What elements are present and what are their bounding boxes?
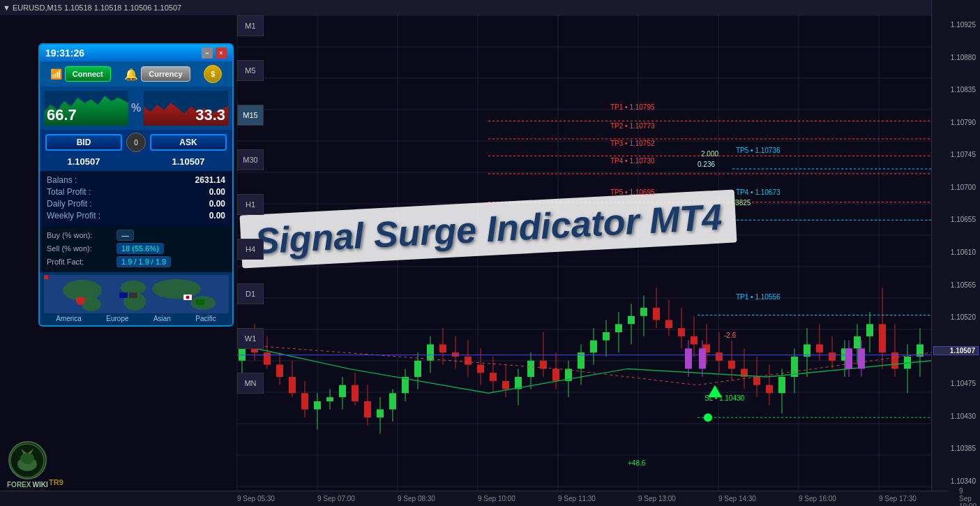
balance-label: Balans :: [47, 175, 77, 185]
sl-annotation: SL • 1.10430: [704, 394, 744, 402]
bid-button[interactable]: BID: [45, 134, 122, 151]
bid-ask-row: BID 0 ASK: [40, 130, 232, 155]
price-tick: 1.10700: [933, 184, 979, 191]
panel-toolbar: 📶 Connect 🔔 Currency $: [40, 61, 232, 87]
time-tick: 9 Sep 14:30: [718, 495, 756, 503]
ask-button[interactable]: ASK: [150, 134, 227, 151]
tp5-annotation: TP5 • 1.10695: [610, 188, 655, 196]
bell-currency-group: 🔔 Currency: [124, 66, 190, 82]
buy-won-value: —: [116, 230, 134, 241]
tp1-annotation: TP1 • 1.10795: [610, 103, 655, 111]
tf-btn-w1[interactable]: W1: [237, 328, 264, 349]
svg-rect-14: [196, 299, 204, 305]
fib-annotation: 0.236: [698, 161, 715, 168]
tf-btn-d1[interactable]: D1: [237, 283, 264, 304]
profit-fact-value: 1.9 / 1.9 / 1.9: [116, 256, 171, 267]
svg-point-13: [186, 296, 189, 299]
buy-percentage: 66.7: [47, 106, 77, 124]
asian-session: Asian: [153, 315, 171, 322]
time-tick: 9 Sep 10:00: [478, 495, 515, 503]
daily-profit-label: Daily Profit :: [47, 199, 92, 209]
tf-btn-m30[interactable]: M30: [237, 149, 264, 170]
price-tick: 1.10655: [933, 216, 979, 223]
percent-separator: %: [131, 102, 141, 114]
wiki-label: WIKI: [32, 481, 47, 489]
wifi-connect-group: 📶 Connect: [50, 66, 111, 82]
forex-label: FOREX: [7, 481, 31, 489]
tf-btn-m1[interactable]: M1: [237, 15, 264, 36]
stats-section: Balans : 2631.14 Total Profit : 0.00 Dai…: [40, 171, 232, 227]
val2000-annotation: 2.000: [701, 150, 718, 158]
logo-circle: [8, 441, 47, 479]
logo-svg: [10, 443, 45, 478]
svg-rect-8: [44, 275, 48, 279]
panel-close-btn[interactable]: ×: [216, 47, 227, 59]
price-tick: 1.10430: [933, 412, 979, 420]
tf-btn-h1[interactable]: H1: [237, 194, 264, 215]
sell-percentage: 33.3: [195, 106, 225, 124]
price-tick: 1.10340: [933, 477, 979, 485]
tf-btn-m15[interactable]: M15: [237, 105, 264, 126]
price-tick: 1.10475: [933, 380, 979, 387]
daily-profit-value: 0.00: [209, 199, 225, 209]
weekly-profit-label: Weekly Profit :: [47, 211, 100, 221]
tp1-mid-annotation: TP1 • 1.10556: [736, 293, 781, 301]
top-bar: ▼ EURUSD,M15 1.10518 1.10518 1.10506 1.1…: [0, 0, 949, 15]
sessions-map: America Europe Asian Pacific: [40, 272, 232, 325]
time-tick: 9 Sep 19:00: [959, 487, 977, 506]
time-tick: 9 Sep 17:30: [879, 495, 917, 503]
sell-won-label: Sell (% won):: [47, 244, 116, 253]
panel-widget: 19:31:26 − × 📶 Connect 🔔 Currency $ 66.7…: [38, 43, 234, 327]
svg-point-17: [20, 453, 34, 464]
svg-point-2: [82, 297, 101, 311]
profit-fact-row: Profit Fact: 1.9 / 1.9 / 1.9: [47, 256, 225, 267]
price-axis: 1.109251.108801.108351.107901.107451.107…: [931, 0, 980, 506]
pacific-session: Pacific: [195, 315, 216, 322]
balance-row: Balans : 2631.14: [47, 175, 225, 185]
currency-button[interactable]: Currency: [141, 66, 190, 82]
svg-rect-9: [76, 297, 84, 303]
price-tick: 1.10745: [933, 151, 979, 158]
price-tick: 1.10925: [933, 21, 979, 29]
europe-session: Europe: [106, 315, 128, 322]
price-tick: 1.10520: [933, 313, 979, 321]
bell-icon[interactable]: 🔔: [124, 68, 138, 81]
america-session: America: [56, 315, 82, 322]
trade-stats: Buy (% won): — Sell (% won): 18 (55.6%) …: [40, 227, 232, 272]
time-tick: 9 Sep 11:30: [558, 495, 596, 503]
balance-value: 2631.14: [195, 175, 225, 185]
panel-controls: − ×: [202, 47, 227, 59]
weekly-profit-value: 0.00: [209, 211, 225, 221]
svg-point-5: [152, 279, 201, 299]
time-tick: 9 Sep 13:00: [638, 495, 676, 503]
signal-bars: 66.7 % 33.3: [40, 87, 232, 130]
ask-price: 1.10507: [150, 156, 227, 167]
panel-time: 19:31:26: [45, 47, 84, 59]
spread-value: 0: [126, 133, 146, 152]
daily-profit-row: Daily Profit : 0.00: [47, 199, 225, 209]
panel-titlebar: 19:31:26 − ×: [40, 45, 232, 61]
tp5-right-annotation: TP5 • 1.10736: [736, 147, 781, 154]
price-tick: 1.10880: [933, 54, 979, 61]
buy-won-label: Buy (% won):: [47, 231, 116, 239]
tf-btn-h4[interactable]: H4: [237, 239, 264, 260]
connect-button[interactable]: Connect: [65, 66, 111, 82]
bid-ask-values: 1.10507 1.10507: [40, 155, 232, 171]
map-svg: [44, 275, 229, 313]
timeframe-bar: M1M5M15M30H1H4D1W1MN: [237, 15, 264, 215]
sell-bar-container: 33.3: [144, 91, 228, 126]
neg48-annotation: +48.6: [628, 459, 645, 467]
tf-btn-m5[interactable]: M5: [237, 60, 264, 81]
panel-minimize-btn[interactable]: −: [202, 47, 213, 59]
total-profit-row: Total Profit : 0.00: [47, 187, 225, 197]
price-tick: 1.10835: [933, 86, 979, 94]
tp4-right-annotation: TP4 • 1.10673: [736, 188, 781, 196]
price-tick: 1.10790: [933, 119, 979, 126]
svg-rect-11: [129, 292, 137, 298]
tf-btn-mn[interactable]: MN: [237, 373, 264, 394]
wifi-icon: 📶: [50, 68, 62, 80]
dollar-button[interactable]: $: [204, 65, 222, 83]
bid-price: 1.10507: [45, 156, 122, 167]
logo-text-group: FOREX WIKI: [7, 481, 48, 489]
world-map: [44, 275, 229, 313]
